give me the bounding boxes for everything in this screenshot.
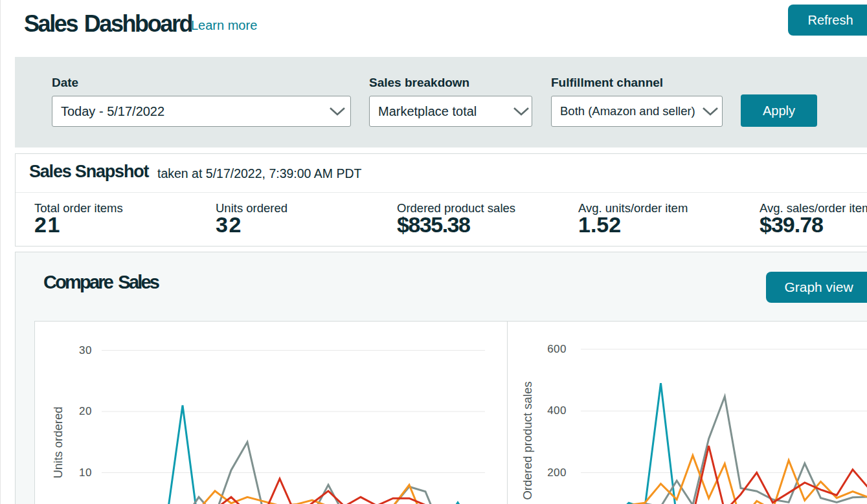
svg-text:10: 10 — [79, 466, 92, 479]
svg-text:200: 200 — [547, 466, 567, 479]
svg-text:20: 20 — [79, 405, 92, 417]
svg-text:600: 600 — [547, 343, 567, 355]
svg-text:Units ordered: Units ordered — [51, 406, 65, 478]
svg-text:30: 30 — [79, 344, 92, 356]
svg-text:400: 400 — [547, 404, 567, 417]
svg-text:Ordered product sales: Ordered product sales — [521, 381, 534, 499]
